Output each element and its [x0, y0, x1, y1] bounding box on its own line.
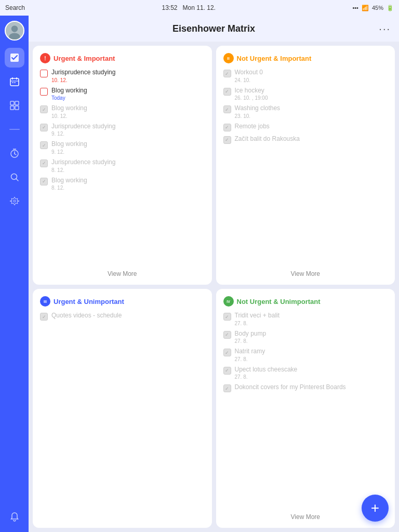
svg-point-2	[9, 33, 20, 40]
task-content: Body pump 27. 8.	[235, 330, 267, 344]
task-checkbox[interactable]: ✓	[40, 159, 48, 167]
task-checkbox[interactable]: ✓	[40, 313, 48, 321]
quadrant-not-urgent-unimportant: IV Not Urgent & Unimportant ✓ Tridit vec…	[216, 289, 395, 528]
quadrant-urgent-important: ! Urgent & Important Jurisprudence study…	[33, 46, 212, 285]
table-row[interactable]: ✓ Body pump 27. 8.	[223, 330, 388, 344]
task-name: Upect lotus cheescake	[235, 366, 298, 374]
svg-line-19	[16, 179, 18, 181]
task-checkbox[interactable]	[40, 88, 48, 96]
table-row[interactable]: Jurisprudence studying 10. 12.	[40, 69, 205, 83]
table-row[interactable]: ✓ Upect lotus cheescake 27. 8.	[223, 366, 388, 380]
task-content: Upect lotus cheescake 27. 8.	[235, 366, 298, 380]
task-date: 9. 12.	[51, 131, 115, 137]
table-row[interactable]: ✓ Blog working 8. 12.	[40, 177, 205, 191]
notification-bell-icon[interactable]	[5, 507, 24, 527]
task-name: Jurisprudence studying	[51, 69, 115, 77]
sidebar-item-settings[interactable]	[5, 191, 24, 211]
view-more-button-1[interactable]: View More	[40, 270, 205, 277]
table-row[interactable]: Blog working Today	[40, 87, 205, 101]
task-content: Blog working 10. 12.	[51, 104, 87, 119]
view-more-button-2[interactable]: View More	[223, 270, 388, 277]
task-checkbox[interactable]: ✓	[40, 141, 48, 149]
badge-urgent-important: !	[40, 53, 50, 63]
table-row[interactable]: ✓ Jurisprudence studying 9. 12.	[40, 123, 205, 137]
task-checkbox[interactable]: ✓	[223, 70, 231, 77]
sidebar-item-matrix[interactable]	[5, 96, 24, 115]
sidebar-item-tasks[interactable]	[5, 48, 24, 68]
task-checkbox[interactable]: ✓	[223, 367, 231, 375]
table-row[interactable]: ✓ Tridit veci + balit 27. 8.	[223, 312, 388, 326]
task-checkbox[interactable]: ✓	[40, 105, 48, 113]
table-row[interactable]: ✓ Blog working 9. 12.	[40, 140, 205, 155]
task-date: 9. 12.	[51, 149, 87, 155]
table-row[interactable]: ✓ Quotes videos - schedule	[40, 312, 205, 321]
task-checkbox[interactable]: ✓	[40, 178, 48, 185]
task-name: Jurisprudence studying	[51, 158, 115, 167]
task-name: Blog working	[51, 177, 87, 185]
table-row[interactable]: ✓ Workout 0 24. 10.	[223, 69, 388, 83]
task-checkbox[interactable]: ✓	[40, 124, 48, 131]
quadrant-header-2: II Not Urgent & Important	[223, 53, 388, 63]
table-row[interactable]: ✓ Natrit ramy 27. 8.	[223, 348, 388, 362]
task-name: Body pump	[235, 330, 267, 338]
svg-rect-10	[10, 101, 14, 105]
battery-icon: 🔋	[387, 5, 394, 11]
task-checkbox[interactable]: ✓	[223, 88, 231, 96]
task-name: Ice hockey	[235, 87, 268, 95]
svg-rect-12	[10, 106, 14, 110]
badge-not-urgent-unimportant: IV	[223, 296, 234, 307]
task-date: 27. 8.	[235, 356, 265, 362]
task-checkbox[interactable]: ✓	[223, 384, 231, 392]
task-content: Natrit ramy 27. 8.	[235, 348, 265, 362]
task-content: Blog working Today	[51, 87, 87, 101]
task-checkbox[interactable]: ✓	[223, 105, 231, 113]
task-checkbox[interactable]: ✓	[223, 349, 231, 356]
task-name: Washing clothes	[235, 104, 281, 113]
task-name: Jurisprudence studying	[51, 123, 115, 131]
badge-urgent-unimportant: III	[40, 296, 50, 307]
task-name: Natrit ramy	[235, 348, 265, 356]
quadrant-title-1: Urgent & Important	[54, 55, 115, 62]
add-task-fab[interactable]: +	[362, 495, 389, 522]
svg-marker-20	[10, 197, 19, 205]
sidebar-item-calendar[interactable]	[5, 72, 24, 91]
task-checkbox[interactable]: ✓	[223, 124, 231, 131]
task-name: Tridit veci + balit	[235, 312, 280, 320]
table-row[interactable]: ✓ Ice hockey 26. 10. , 19:00	[223, 87, 388, 101]
task-date: 24. 10.	[235, 77, 263, 83]
table-row[interactable]: ✓ Začít balit do Rakouska	[223, 135, 388, 144]
task-date: 10. 12.	[51, 113, 87, 119]
sidebar-item-divider	[5, 119, 24, 139]
table-row[interactable]: ✓ Dokoncit covers for my Pinterest Board…	[223, 383, 388, 392]
task-checkbox[interactable]: ✓	[223, 136, 231, 144]
task-name: Blog working	[51, 104, 87, 113]
table-row[interactable]: ✓ Blog working 10. 12.	[40, 104, 205, 119]
svg-rect-8	[12, 82, 14, 83]
sidebar-item-search[interactable]	[5, 167, 24, 187]
task-checkbox[interactable]: ✓	[223, 331, 231, 339]
table-row[interactable]: ✓ Remote jobs	[223, 123, 388, 131]
more-options-button[interactable]: ···	[379, 23, 391, 35]
main-content: Eisenhower Matrix ··· ! Urgent & Importa…	[29, 16, 399, 532]
table-row[interactable]: ✓ Washing clothes 23. 10.	[223, 104, 388, 119]
task-checkbox[interactable]: ✓	[223, 313, 231, 321]
task-list-1: Jurisprudence studying 10. 12. Blog work…	[40, 69, 205, 267]
search-label[interactable]: Search	[5, 4, 25, 11]
task-content: Blog working 8. 12.	[51, 177, 87, 191]
task-name: Začít balit do Rakouska	[235, 135, 300, 143]
task-content: Quotes videos - schedule	[51, 312, 122, 320]
task-date: 27. 8.	[235, 374, 298, 380]
avatar[interactable]	[5, 21, 24, 41]
sidebar-item-timer[interactable]	[5, 143, 24, 163]
table-row[interactable]: ✓ Jurisprudence studying 8. 12.	[40, 158, 205, 173]
status-date: Mon 11. 12.	[183, 4, 216, 11]
task-name: Dokoncit covers for my Pinterest Boards	[235, 383, 346, 392]
page-title: Eisenhower Matrix	[172, 23, 255, 34]
task-content: Ice hockey 26. 10. , 19:00	[235, 87, 268, 101]
task-content: Jurisprudence studying 9. 12.	[51, 123, 115, 137]
svg-line-16	[15, 154, 16, 155]
task-checkbox[interactable]	[40, 70, 48, 77]
status-time: 13:52	[162, 4, 178, 11]
svg-point-1	[11, 25, 18, 32]
task-content: Remote jobs	[235, 123, 270, 131]
